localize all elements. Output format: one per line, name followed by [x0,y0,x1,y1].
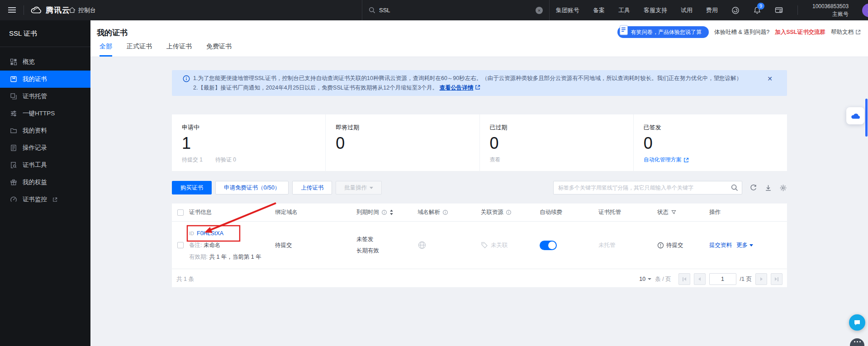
nav-icp[interactable]: 备案 [593,6,605,14]
nav-tools[interactable]: 工具 [618,6,630,14]
quick-entry-widget[interactable] [846,107,864,124]
stat-value: 0 [336,135,479,152]
external-link-icon [475,85,480,90]
nav-support[interactable]: 客服支持 [644,6,667,14]
monitor-gauge-icon [10,196,17,203]
sidebar-item-cert-monitor[interactable]: 证书监控 [0,191,90,208]
nav-billing[interactable]: 费用 [706,6,718,14]
sidebar-item-one-click-https[interactable]: 一键HTTPS [0,105,90,122]
info-icon[interactable] [381,209,387,215]
sidebar-title: SSL 证书 [0,20,90,47]
chevron-down-icon [648,278,651,280]
overview-icon [10,58,17,66]
certificate-icon [10,76,17,83]
chevron-down-icon [749,244,753,246]
sidebar-item-my-benefits[interactable]: 我的权益 [0,174,90,191]
survey-button[interactable]: 有奖问卷，产品体验您说了算 [617,26,709,38]
upload-cert-button[interactable]: 上传证书 [292,181,332,194]
select-all-checkbox[interactable] [177,209,184,216]
sort-icon[interactable] [389,209,394,215]
search-icon[interactable] [731,184,738,191]
tab-free-certs[interactable]: 免费证书 [206,43,232,57]
sidebar-item-operation-logs[interactable]: 操作记录 [0,139,90,156]
tab-paid-certs[interactable]: 正式证书 [127,43,152,57]
bell-icon[interactable]: 9 [753,6,761,14]
banner-close-icon[interactable]: ✕ [767,75,773,82]
topbar: 腾讯云 控制台 × 集团账号 备案 工具 客服支持 试用 费用 9 100036… [0,0,868,20]
survey-doc-icon [619,25,628,35]
sidebar-item-overview[interactable]: 概览 [0,53,90,71]
cert-tabs: 全部 正式证书 上传证书 免费证书 [100,43,232,57]
next-page-button[interactable] [755,273,767,285]
row-checkbox[interactable] [177,242,184,248]
nav-group-account[interactable]: 集团账号 [556,6,579,14]
auto-renew-toggle[interactable] [540,241,557,250]
external-link-icon [52,197,57,202]
console-link[interactable]: 控制台 [69,0,96,20]
help-doc-link[interactable]: 帮助文档 [831,28,861,36]
hosting-icon [10,93,17,100]
download-icon[interactable] [764,184,772,192]
feedback-circle-icon[interactable] [731,6,740,14]
stat-sub-pending: 待提交 1 [182,156,203,164]
stat-card-expired: 已过期 0 查看 [479,114,633,171]
page-size-select[interactable]: 10 [639,276,651,282]
more-dots-icon [854,341,861,342]
announcement-link[interactable]: 查看公告详情 [440,85,474,91]
first-page-button[interactable] [678,273,690,285]
tab-all[interactable]: 全部 [100,43,112,57]
stat-value: 1 [182,135,325,152]
home-icon [69,7,76,14]
nav-trial[interactable]: 试用 [681,6,693,14]
buy-cert-button[interactable]: 购买证书 [172,181,212,194]
batch-operation-button[interactable]: 批量操作 [336,181,382,194]
cert-validity: 共 1 年，当前第 1 年 [209,254,261,260]
filter-icon[interactable] [671,209,677,215]
automation-link[interactable]: 自动化管理方案 [644,156,689,164]
sidebar-item-cert-hosting[interactable]: 证书托管 [0,88,90,105]
sidebar-item-my-certificates[interactable]: 我的证书 [0,71,90,88]
status-pending-icon [657,242,664,249]
https-slider-icon [10,110,17,117]
view-link[interactable]: 查看 [490,156,501,164]
hamburger-icon[interactable] [8,9,16,10]
info-icon[interactable] [506,209,512,215]
scrollbar-thumb[interactable] [865,99,868,137]
account-info[interactable]: 100036853503 主账号 [812,3,849,17]
info-icon[interactable] [442,209,448,215]
expire-time-cell: 未签发 长期有效 [356,234,417,256]
globe-icon[interactable] [417,241,427,250]
chat-support-button[interactable] [849,314,865,331]
table-toolbar: 购买证书 申请免费证书（0/50） 上传证书 批量操作 [172,181,787,194]
sidebar-item-my-profile[interactable]: 我的资料 [0,122,90,139]
cert-info-cell: ID F0HLStXA 备注: 未命名 有效期: 共 1 年，当前第 1 年 [189,222,275,269]
topbar-search-input[interactable] [379,7,536,14]
prev-page-button[interactable] [694,273,706,285]
stat-card-applying: 申请中 1 待提交 1 待验证 0 [172,114,325,171]
join-group-link[interactable]: 加入SSL证书交流群 [775,28,825,36]
refresh-icon[interactable] [749,184,757,192]
more-dropdown[interactable]: 更多 [736,242,753,249]
submit-material-link[interactable]: 提交资料 [709,242,732,249]
clear-icon[interactable]: × [536,7,543,14]
gear-icon[interactable] [779,184,787,192]
billing-icon[interactable] [775,6,783,14]
stat-value: 0 [644,135,787,152]
page-number-input[interactable] [709,273,736,285]
account-id: 100036853503 [812,3,849,10]
keyword-search-input[interactable] [553,181,742,194]
cert-id-link[interactable]: F0HLStXA [197,228,223,239]
tab-uploaded-certs[interactable]: 上传证书 [166,43,192,57]
tencent-cloud-logo[interactable]: 腾讯云 [30,0,70,20]
last-page-button[interactable] [771,273,783,285]
avatar[interactable]: 1 [862,4,868,17]
hosting-status: 未托管 [598,242,616,249]
folder-icon [10,127,17,134]
feedback-float-button[interactable] [850,338,864,346]
sidebar-item-cert-tools[interactable]: 证书工具 [0,156,90,174]
records-icon [10,144,17,152]
cert-remark: 未命名 [204,242,221,248]
page-title: 我的证书 [97,28,128,38]
divider [24,5,24,15]
apply-free-cert-button[interactable]: 申请免费证书（0/50） [215,181,289,194]
